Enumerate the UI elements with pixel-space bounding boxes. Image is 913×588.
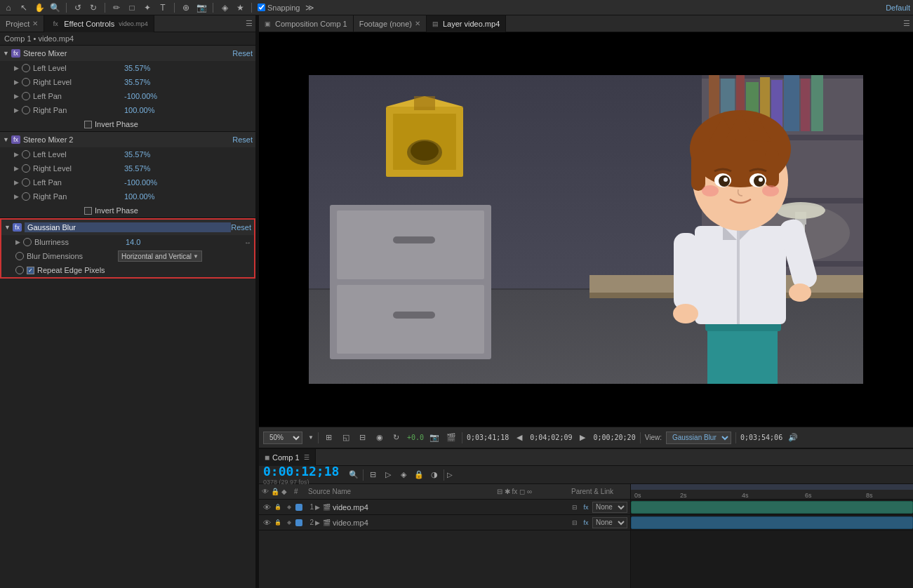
reset-btn-gb[interactable]: Reset <box>231 223 251 232</box>
zoom-select[interactable]: 50% 100% 25% <box>263 432 302 444</box>
time-in[interactable]: 0;03;41;18 <box>467 434 509 441</box>
stopwatch-rp2[interactable] <box>22 192 30 201</box>
mask-toggle-icon[interactable]: ◱ <box>340 432 352 444</box>
layer-1-parent[interactable]: None <box>592 502 627 513</box>
tab-composition[interactable]: ▣ Composition Comp 1 <box>259 15 354 32</box>
home-icon[interactable]: ⌂ <box>3 2 14 13</box>
tab-project-close[interactable]: ✕ <box>32 20 38 27</box>
tab-footage[interactable]: Footage (none) ✕ <box>354 15 427 32</box>
effect-header-gaussian-blur[interactable]: ▼ fx Gaussian Blur Reset <box>1 220 254 235</box>
camera-snap-icon[interactable]: 📷 <box>428 432 441 444</box>
camera-icon[interactable]: 📷 <box>196 2 207 13</box>
trim-in-icon[interactable]: ◀ <box>513 432 526 444</box>
film-icon[interactable]: 🎬 <box>445 432 458 444</box>
panel-menu-icon[interactable]: ☰ <box>246 19 253 28</box>
prop-value-blurriness[interactable]: 14.0 <box>126 238 140 246</box>
stopwatch-rl2[interactable] <box>22 164 30 173</box>
prop-value-ll1[interactable]: 35.57% <box>124 64 150 72</box>
track-clip-2[interactable] <box>631 516 913 529</box>
tl-align-icon[interactable]: ⊟ <box>366 469 379 481</box>
stopwatch-lp1[interactable] <box>22 92 30 100</box>
audio-icon[interactable]: 🔊 <box>787 432 799 444</box>
layer-2-eye[interactable]: 👁 <box>262 518 272 528</box>
stopwatch-repeat[interactable] <box>15 266 24 274</box>
layer-2-solo[interactable]: ◆ <box>284 518 294 528</box>
layer-1-fx-icon[interactable]: fx <box>581 502 591 512</box>
layer-2-sw1[interactable]: ⊟ <box>570 518 580 528</box>
reset-btn-sm1[interactable]: Reset <box>232 49 253 58</box>
tl-solo-icon[interactable]: ◈ <box>397 469 410 481</box>
tl-lock-icon[interactable]: 🔒 <box>413 469 425 481</box>
mask-icon[interactable]: ◈ <box>219 2 230 13</box>
blur-dimensions-dropdown[interactable]: Horizontal and Vertical ▼ <box>118 250 202 262</box>
stopwatch-lp2[interactable] <box>22 178 30 187</box>
select-icon[interactable]: ↖ <box>18 2 29 13</box>
viewer-menu-icon[interactable]: ☰ <box>903 19 910 28</box>
blur-expand-icon[interactable]: ↔ <box>244 239 251 246</box>
layer-2-lock[interactable]: 🔒 <box>273 518 283 528</box>
layer-2-name[interactable]: video.mp4 <box>333 519 568 527</box>
viewer-tabs: ▣ Composition Comp 1 Footage (none) ✕ ▤ … <box>259 15 913 32</box>
layer-2-expand[interactable]: ▶ <box>315 519 320 526</box>
snapping-checkbox[interactable] <box>258 4 265 11</box>
zoom-icon[interactable]: 🔍 <box>49 2 60 13</box>
effect-header-stereo-mixer-1[interactable]: ▼ fx Stereo Mixer Reset <box>0 46 255 61</box>
layer-1-solo[interactable]: ◆ <box>284 502 294 512</box>
view-select[interactable]: Gaussian Blur Final Output <box>666 432 731 444</box>
hand-icon[interactable]: ✋ <box>34 2 45 13</box>
prop-value-rl1[interactable]: 35.57% <box>124 78 150 86</box>
repeat-edge-checkbox[interactable] <box>27 267 34 274</box>
undo-icon[interactable]: ↺ <box>72 2 84 13</box>
text-icon[interactable]: T <box>157 2 168 13</box>
prop-value-rp2[interactable]: 100.00% <box>124 192 154 201</box>
layer-2-fx-icon[interactable]: fx <box>581 518 591 528</box>
redo-icon[interactable]: ↻ <box>88 2 99 13</box>
prop-value-rl2[interactable]: 35.57% <box>124 164 150 173</box>
layer-2-parent[interactable]: None <box>592 517 627 528</box>
puppet-icon[interactable]: ★ <box>234 2 246 13</box>
workspace-default[interactable]: Default <box>886 4 910 12</box>
time-out[interactable]: 0;04;02;09 <box>530 434 572 441</box>
prop-value-rp1[interactable]: 100.00% <box>124 106 154 114</box>
prop-value-ll2[interactable]: 35.57% <box>124 150 150 159</box>
stopwatch-rl1[interactable] <box>22 78 30 86</box>
track-clip-1[interactable] <box>631 501 913 514</box>
effect-header-stereo-mixer-2[interactable]: ▼ fx Stereo Mixer 2 Reset <box>0 132 255 147</box>
snapping-toggle[interactable]: Snapping <box>258 4 300 12</box>
tab-layer[interactable]: ▤ Layer video.mp4 <box>427 15 506 32</box>
layer-1-sw1[interactable]: ⊟ <box>570 502 580 512</box>
pen-icon[interactable]: ✏ <box>111 2 122 13</box>
layer-1-name[interactable]: video.mp4 <box>333 503 568 512</box>
snapshot-icon[interactable]: ↻ <box>390 432 403 444</box>
prop-value-lp1[interactable]: -100.00% <box>124 92 157 100</box>
invert-phase-checkbox-1[interactable] <box>84 121 92 128</box>
tab-project[interactable]: Project ✕ <box>0 15 44 32</box>
prop-value-lp2[interactable]: -100.00% <box>124 178 157 187</box>
search-time-icon[interactable]: 🔍 <box>347 469 360 481</box>
brush-icon[interactable]: ✦ <box>142 2 153 13</box>
color-correction-icon[interactable]: ◉ <box>373 432 386 444</box>
layer-1-lock[interactable]: 🔒 <box>273 502 283 512</box>
grid-icon[interactable]: ⊞ <box>323 432 335 444</box>
stopwatch-rp1[interactable] <box>22 106 30 114</box>
reset-btn-sm2[interactable]: Reset <box>232 135 253 144</box>
tab-effect-controls[interactable]: fx Effect Controls video.mp4 <box>44 15 154 32</box>
trim-out-icon[interactable]: ▶ <box>576 432 589 444</box>
stopwatch-ll1[interactable] <box>22 64 30 72</box>
tl-color-icon[interactable]: ◑ <box>428 469 441 481</box>
more-icon[interactable]: ≫ <box>305 2 316 13</box>
tab-footage-close[interactable]: ✕ <box>415 20 420 27</box>
stopwatch-ll2[interactable] <box>22 150 30 159</box>
title-safe-icon[interactable]: ⊟ <box>356 432 369 444</box>
stopwatch-blur[interactable] <box>23 238 32 246</box>
comp-time-display[interactable]: 0:00:12;18 <box>263 464 339 479</box>
shape-icon[interactable]: □ <box>126 2 138 13</box>
layer-1-expand[interactable]: ▶ <box>315 504 320 511</box>
tl-set-in-icon[interactable]: ▷ <box>382 469 394 481</box>
current-frame[interactable]: 0;03;54;06 <box>740 434 782 441</box>
invert-phase-checkbox-2[interactable] <box>84 207 92 215</box>
tab-comp-timeline[interactable]: ◼ Comp 1 ☰ <box>259 449 316 466</box>
stopwatch-blur-dim[interactable] <box>15 252 24 260</box>
layer-1-eye[interactable]: 👁 <box>262 502 272 512</box>
anchor-icon[interactable]: ⊕ <box>180 2 192 13</box>
